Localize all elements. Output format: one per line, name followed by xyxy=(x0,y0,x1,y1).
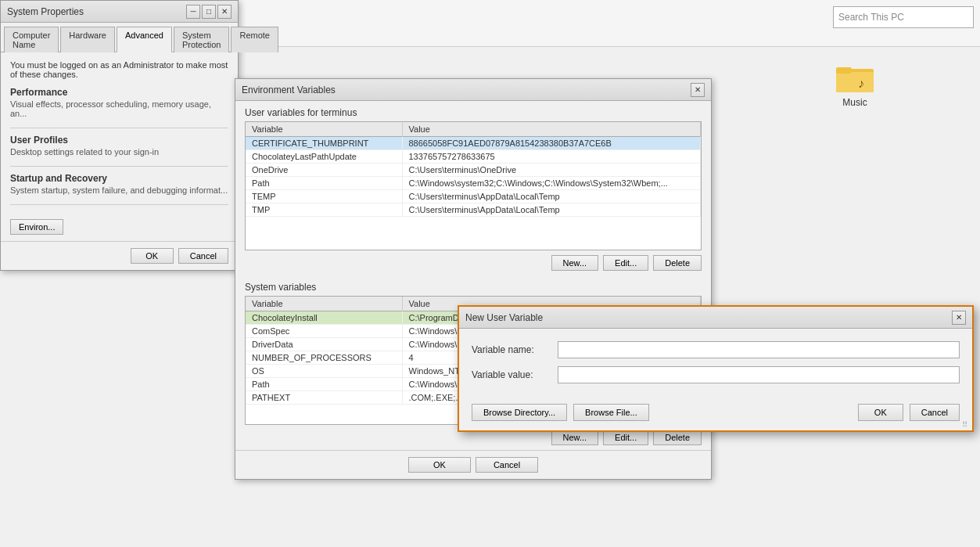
new-var-close-button[interactable]: ✕ xyxy=(952,311,966,325)
sys-props-ok-button[interactable]: OK xyxy=(131,248,174,264)
variable-value-input[interactable] xyxy=(558,366,960,383)
env-vars-close-row: OK Cancel xyxy=(235,450,711,479)
browse-directory-button[interactable]: Browse Directory... xyxy=(472,404,567,421)
user-var-tmp-name: TMP xyxy=(246,203,402,217)
search-box[interactable]: Search This PC xyxy=(833,6,974,28)
user-var-onedrive-value: C:\Users\terminus\OneDrive xyxy=(402,164,701,177)
divider-1 xyxy=(10,128,228,128)
user-variables-buttons: New... Edit... Delete xyxy=(235,250,711,275)
sys-delete-button[interactable]: Delete xyxy=(653,430,702,445)
performance-desc: Visual effects, processor scheduling, me… xyxy=(10,99,228,118)
divider-3 xyxy=(10,204,228,205)
tab-advanced[interactable]: Advanced xyxy=(117,27,172,52)
tab-hardware[interactable]: Hardware xyxy=(60,27,115,52)
user-new-button[interactable]: New... xyxy=(551,255,599,271)
user-delete-button[interactable]: Delete xyxy=(653,255,702,271)
sys-col-variable: Variable xyxy=(246,297,402,311)
user-variables-table-container: Variable Value CERTIFICATE_THUMBPRINT 88… xyxy=(245,121,702,250)
user-col-value: Value xyxy=(402,122,701,137)
variable-value-label: Variable value: xyxy=(472,369,558,380)
music-folder-label: Music xyxy=(842,97,867,108)
table-row[interactable]: OneDrive C:\Users\terminus\OneDrive xyxy=(246,164,701,177)
system-section-title: System variables xyxy=(235,275,711,296)
user-variables-table: Variable Value CERTIFICATE_THUMBPRINT 88… xyxy=(246,122,701,217)
sys-props-titlebar: System Properties ─ □ ✕ xyxy=(1,1,238,23)
svg-rect-2 xyxy=(836,67,852,74)
sys-props-cancel-button[interactable]: Cancel xyxy=(178,248,228,264)
variable-name-label: Variable name: xyxy=(472,344,558,355)
variable-name-row: Variable name: xyxy=(472,341,960,358)
user-var-path-value: C:\Windows\system32;C:\Windows;C:\Window… xyxy=(402,177,701,190)
music-folder[interactable]: ♪ Music xyxy=(824,63,886,108)
new-var-window-controls: ✕ xyxy=(952,311,966,325)
sys-var-pathext-name: PATHEXT xyxy=(246,391,402,405)
env-vars-close-button[interactable]: ✕ xyxy=(691,83,705,97)
browse-file-button[interactable]: Browse File... xyxy=(573,404,649,421)
table-row[interactable]: TEMP C:\Users\terminus\AppData\Local\Tem… xyxy=(246,190,701,203)
user-var-choco-value: 133765757278633675 xyxy=(402,150,701,164)
user-section-title: User variables for terminus xyxy=(235,101,711,121)
sys-edit-button[interactable]: Edit... xyxy=(603,430,648,445)
sys-var-driverdata-name: DriverData xyxy=(246,338,402,351)
user-edit-button[interactable]: Edit... xyxy=(603,255,648,271)
env-vars-titlebar: Environment Variables ✕ xyxy=(235,79,711,101)
variable-name-input[interactable] xyxy=(558,341,960,358)
user-var-temp-value: C:\Users\terminus\AppData\Local\Temp xyxy=(402,190,701,203)
sys-var-path-name: Path xyxy=(246,378,402,391)
user-var-tmp-value: C:\Users\terminus\AppData\Local\Temp xyxy=(402,203,701,217)
new-user-variable-dialog: New User Variable ✕ Variable name: Varia… xyxy=(458,305,974,432)
search-text: Search This PC xyxy=(838,12,904,23)
sys-props-bottom-buttons: OK Cancel xyxy=(1,241,238,270)
tab-system-protection[interactable]: System Protection xyxy=(174,27,230,52)
environment-variables-partial-btn[interactable]: Environ... xyxy=(10,219,63,235)
user-var-path-name: Path xyxy=(246,177,402,190)
new-var-cancel-button[interactable]: Cancel xyxy=(910,404,960,421)
system-properties-window: System Properties ─ □ ✕ Computer Name Ha… xyxy=(0,0,239,271)
user-var-cert-name: CERTIFICATE_THUMBPRINT xyxy=(246,137,402,150)
new-var-form: Variable name: Variable value: xyxy=(459,329,972,398)
sys-var-os-name: OS xyxy=(246,365,402,378)
resize-handle: ⠿ xyxy=(962,420,967,429)
startup-desc: System startup, system failure, and debu… xyxy=(10,185,228,195)
new-var-buttons: Browse Directory... Browse File... OK Ca… xyxy=(459,398,972,430)
user-var-cert-value: 88665058FC91AED07879A8154238380B37A7CE6B xyxy=(402,137,701,150)
minimize-button[interactable]: ─ xyxy=(186,5,200,19)
user-profiles-desc: Desktop settings related to your sign-in xyxy=(10,147,228,157)
svg-rect-1 xyxy=(836,72,874,92)
table-row[interactable]: TMP C:\Users\terminus\AppData\Local\Temp xyxy=(246,203,701,217)
table-row[interactable]: Path C:\Windows\system32;C:\Windows;C:\W… xyxy=(246,177,701,190)
sys-var-numproc-name: NUMBER_OF_PROCESSORS xyxy=(246,351,402,365)
sys-props-title: System Properties xyxy=(7,6,84,17)
table-row[interactable]: CERTIFICATE_THUMBPRINT 88665058FC91AED07… xyxy=(246,137,701,150)
tabs-bar: Computer Name Hardware Advanced System P… xyxy=(1,23,238,52)
sys-props-content: You must be logged on as an Administrato… xyxy=(1,52,238,219)
sys-new-button[interactable]: New... xyxy=(551,430,599,445)
env-vars-cancel-button[interactable]: Cancel xyxy=(476,457,538,473)
user-var-temp-name: TEMP xyxy=(246,190,402,203)
user-profiles-label: User Profiles xyxy=(10,135,228,146)
maximize-button[interactable]: □ xyxy=(202,5,216,19)
env-vars-ok-button[interactable]: OK xyxy=(408,457,471,473)
tab-computer-name[interactable]: Computer Name xyxy=(4,27,59,52)
window-controls: ─ □ ✕ xyxy=(186,5,232,19)
new-var-title: New User Variable xyxy=(465,312,543,323)
sys-var-choco-name: ChocolateyInstall xyxy=(246,311,402,325)
admin-warning: You must be logged on as an Administrato… xyxy=(10,60,228,79)
env-vars-title: Environment Variables xyxy=(242,85,336,95)
user-var-onedrive-name: OneDrive xyxy=(246,164,402,177)
performance-label: Performance xyxy=(10,87,228,98)
tab-remote[interactable]: Remote xyxy=(231,27,278,52)
variable-value-row: Variable value: xyxy=(472,366,960,383)
folder-icon: ♪ xyxy=(836,63,874,94)
user-var-choco-name: ChocolateyLastPathUpdate xyxy=(246,150,402,164)
svg-text:♪: ♪ xyxy=(858,77,864,90)
env-vars-window-controls: ✕ xyxy=(691,83,705,97)
table-row[interactable]: ChocolateyLastPathUpdate 133765757278633… xyxy=(246,150,701,164)
divider-2 xyxy=(10,166,228,167)
user-col-variable: Variable xyxy=(246,122,402,137)
startup-label: Startup and Recovery xyxy=(10,173,228,184)
new-var-titlebar: New User Variable ✕ xyxy=(459,307,972,329)
sys-var-comspec-name: ComSpec xyxy=(246,325,402,338)
new-var-ok-button[interactable]: OK xyxy=(858,404,903,421)
close-button[interactable]: ✕ xyxy=(217,5,232,19)
